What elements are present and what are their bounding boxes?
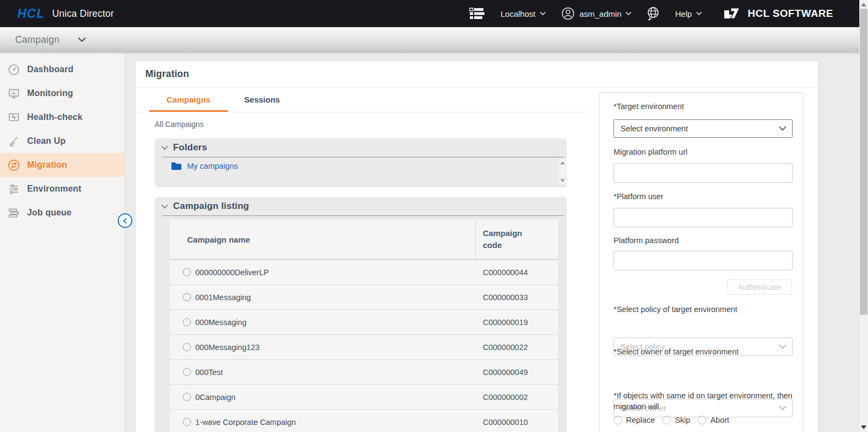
authenticate-button[interactable]: Authenticate [727,279,792,295]
campaign-code: C000000044 [483,260,528,284]
job-queue-icon [8,207,20,219]
hcl-software-brand: HCL SOFTWARE [723,7,833,21]
scroll-down-icon[interactable] [861,425,866,429]
folder-icon [171,162,182,170]
table-scrollbar[interactable] [558,220,566,432]
campaign-name: 000Messaging [195,310,246,334]
help-label: Help [675,9,692,18]
folders-panel-header[interactable]: Folders [155,138,567,157]
chevron-down-icon[interactable] [161,204,168,209]
conflict-label: *If objects with same id on target envir… [614,390,794,412]
campaign-code: C000000019 [483,310,528,334]
campaign-listing-header[interactable]: Campaign listing [155,197,567,215]
queue-icon[interactable] [469,7,486,20]
sidebar-collapse-button[interactable] [118,213,132,228]
campaign-listing-panel: Campaign listing Campaign name Campaign … [155,197,567,432]
target-environment-value: Select environment [621,124,688,133]
sidebar-item-clean-up[interactable]: Clean Up [0,129,124,153]
radio-replace[interactable]: Replace [614,416,655,424]
campaign-table: Campaign name Campaign code 000000000Del… [170,220,566,432]
user-menu[interactable]: asm_admin [561,7,632,21]
campaign-name: 000000000DeliverLP [195,260,269,284]
app-selector-label: Campaign [15,34,59,46]
host-menu[interactable]: Localhost [501,9,546,18]
campaign-code: C000000022 [483,335,528,359]
radio-label: Skip [675,416,690,424]
help-menu[interactable]: Help [675,9,702,18]
folders-panel: Folders My campaigns [155,138,567,187]
radio-icon [662,416,671,424]
chevron-down-icon[interactable] [161,145,168,150]
chevron-down-icon[interactable] [78,37,86,42]
conflict-options: Replace Skip Abort [614,416,729,424]
radio-skip[interactable]: Skip [662,416,690,424]
table-row[interactable]: 0Campaign C000000002 [170,384,566,409]
column-divider [475,220,476,259]
page-title: Migration [145,68,189,80]
target-environment-select[interactable]: Select environment [614,119,793,138]
tab-sessions[interactable]: Sessions [228,87,296,112]
product-name: Unica Director [52,8,114,20]
campaign-code: C000000033 [483,285,528,309]
folder-list: My campaigns [155,157,567,186]
radio-abort[interactable]: Abort [698,416,729,424]
target-environment-label: *Target environment [614,102,684,111]
campaign-name: 1-wave Corporate Campaign [195,410,296,432]
hcl-software-text: HCL SOFTWARE [748,8,833,20]
column-header-campaign-code: Campaign code [483,227,532,251]
row-radio-button[interactable] [183,368,191,376]
row-radio-button[interactable] [183,393,191,401]
table-row[interactable]: 000Messaging123 C000000022 [170,334,566,359]
app-selector-bar[interactable]: Campaign [0,27,859,52]
folder-label: My campaigns [187,162,238,170]
sidebar-item-label: Job queue [27,208,72,218]
sidebar-item-dashboard[interactable]: Dashboard [0,58,124,81]
migration-icon [8,159,20,171]
row-radio-button[interactable] [183,268,191,276]
scrollbar-thumb[interactable] [860,9,867,315]
campaign-name: 000Messaging123 [195,335,260,359]
sidebar-item-job-queue[interactable]: Job queue [0,201,124,225]
sidebar-item-monitoring[interactable]: Monitoring [0,81,124,105]
row-radio-button[interactable] [183,318,191,326]
platform-password-input[interactable] [614,251,793,270]
table-row[interactable]: 000000000DeliverLP C000000044 [170,259,566,284]
table-row[interactable]: 1-wave Corporate Campaign C000000010 [170,409,566,432]
row-radio-button[interactable] [183,418,191,426]
platform-user-input[interactable] [614,208,793,227]
sidebar-item-migration[interactable]: Migration [0,153,124,177]
sidebar-item-environment[interactable]: Environment [0,177,124,201]
scroll-up-icon[interactable] [861,3,866,7]
app-window: HCL Unica Director Localhost [0,0,868,432]
sidebar-item-label: Environment [27,184,81,194]
page-scrollbar[interactable] [859,0,868,432]
table-row[interactable]: 000Messaging C000000019 [170,309,566,334]
row-radio-button[interactable] [183,343,191,351]
sidebar-item-label: Monitoring [27,88,73,98]
radio-icon [698,416,706,424]
top-nav: Localhost asm_admin [469,7,833,21]
chevron-down-icon [778,344,787,350]
sidebar-item-health-check[interactable]: Health-check [0,105,124,129]
campaign-code: C000000010 [483,410,528,432]
campaign-name: 000Test [195,360,223,384]
platform-user-label: *Platform user [614,192,663,201]
scroll-up-icon[interactable] [560,161,565,164]
environment-icon [8,183,20,195]
table-row[interactable]: 000Test C000000049 [170,359,566,384]
page-title-row: Migration [136,61,818,87]
sidebar-item-label: Health-check [27,112,82,122]
language-globe-icon[interactable] [647,7,660,21]
chevron-down-icon [540,11,546,16]
folders-scrollbar[interactable] [559,159,566,185]
scroll-down-icon[interactable] [560,179,565,182]
table-row[interactable]: 0001Messaging C000000033 [170,284,566,309]
sidebar-item-label: Migration [27,160,67,170]
sidebar-item-label: Dashboard [27,65,73,74]
tab-campaigns[interactable]: Campaigns [149,87,228,112]
platform-url-input[interactable] [614,163,793,183]
folder-item-my-campaigns[interactable]: My campaigns [155,157,567,170]
platform-url-label: Migration platform url [614,148,687,156]
radio-label: Replace [626,416,655,424]
row-radio-button[interactable] [183,293,191,301]
